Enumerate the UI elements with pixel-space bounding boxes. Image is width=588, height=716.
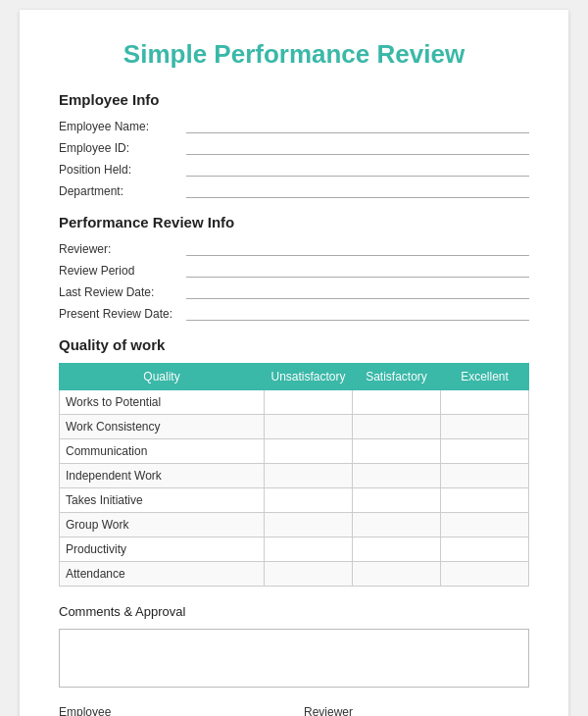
performance-field-label-2: Last Review Date:	[59, 285, 186, 299]
employee-field-row: Position Held:	[59, 161, 529, 177]
quality-cell-3-1[interactable]	[353, 464, 441, 488]
performance-field-input-0[interactable]	[186, 240, 529, 256]
table-header-0: Quality	[60, 364, 265, 390]
signatures-row: Employee SignatureReviewer signature	[59, 705, 529, 716]
quality-row-label-5: Group Work	[60, 513, 265, 537]
table-header-1: Unsatisfactory	[265, 364, 353, 390]
quality-row-label-1: Work Consistency	[60, 415, 265, 439]
quality-cell-1-0[interactable]	[265, 415, 353, 439]
performance-field-input-1[interactable]	[186, 262, 529, 278]
quality-cell-5-1[interactable]	[353, 513, 441, 537]
table-header-3: Excellent	[441, 364, 529, 390]
performance-field-input-3[interactable]	[186, 305, 529, 321]
quality-cell-7-0[interactable]	[265, 562, 353, 587]
quality-cell-0-2[interactable]	[441, 390, 529, 415]
employee-info-section: Employee Info Employee Name: Employee ID…	[59, 91, 529, 198]
quality-cell-0-0[interactable]	[265, 390, 353, 415]
quality-cell-2-0[interactable]	[265, 439, 353, 464]
signature-label-0: Employee Signature	[59, 705, 122, 716]
signature-line-1[interactable]	[375, 705, 529, 716]
table-header-2: Satisfactory	[353, 364, 441, 390]
quality-row-label-2: Communication	[60, 439, 265, 464]
performance-fields: Reviewer: Review Period Last Review Date…	[59, 240, 529, 321]
table-row: Group Work	[60, 513, 529, 537]
quality-row-label-6: Productivity	[60, 537, 265, 562]
performance-field-row: Review Period	[59, 262, 529, 278]
table-row: Work Consistency	[60, 415, 529, 439]
performance-review-title: Performance Review Info	[59, 214, 529, 230]
page-title: Simple Performance Review	[59, 39, 529, 70]
table-row: Takes Initiative	[60, 488, 529, 513]
signature-block-0: Employee Signature	[59, 705, 284, 716]
performance-field-row: Present Review Date:	[59, 305, 529, 321]
quality-row-label-3: Independent Work	[60, 464, 265, 488]
employee-field-input-1[interactable]	[186, 139, 529, 155]
quality-cell-1-2[interactable]	[441, 415, 529, 439]
employee-field-label-2: Position Held:	[59, 163, 186, 177]
performance-field-label-3: Present Review Date:	[59, 307, 186, 321]
quality-table: QualityUnsatisfactorySatisfactoryExcelle…	[59, 363, 529, 587]
employee-field-label-3: Department:	[59, 184, 186, 198]
employee-field-input-3[interactable]	[186, 182, 529, 198]
quality-cell-6-2[interactable]	[441, 537, 529, 562]
quality-cell-4-0[interactable]	[265, 488, 353, 513]
employee-field-label-0: Employee Name:	[59, 120, 186, 133]
quality-row-label-0: Works to Potential	[60, 390, 265, 415]
signature-label-1: Reviewer signature	[304, 705, 368, 716]
quality-cell-1-1[interactable]	[353, 415, 441, 439]
employee-field-row: Department:	[59, 182, 529, 198]
quality-cell-2-2[interactable]	[441, 439, 529, 464]
employee-info-title: Employee Info	[59, 91, 529, 108]
page-container: Simple Performance Review Employee Info …	[20, 10, 568, 716]
quality-cell-3-0[interactable]	[265, 464, 353, 488]
quality-cell-0-1[interactable]	[353, 390, 441, 415]
quality-cell-7-1[interactable]	[353, 562, 441, 587]
quality-title: Quality of work	[59, 336, 529, 353]
performance-field-label-0: Reviewer:	[59, 242, 186, 256]
comments-label: Comments & Approval	[59, 604, 529, 619]
table-row: Works to Potential	[60, 390, 529, 415]
employee-fields: Employee Name: Employee ID: Position Hel…	[59, 118, 529, 198]
quality-cell-5-0[interactable]	[265, 513, 353, 537]
table-row: Independent Work	[60, 464, 529, 488]
comments-section: Comments & Approval	[59, 604, 529, 688]
quality-row-label-4: Takes Initiative	[60, 488, 265, 513]
quality-cell-2-1[interactable]	[353, 439, 441, 464]
employee-field-input-0[interactable]	[186, 118, 529, 133]
performance-field-label-1: Review Period	[59, 264, 186, 278]
employee-field-input-2[interactable]	[186, 161, 529, 177]
quality-cell-4-1[interactable]	[353, 488, 441, 513]
comments-box[interactable]	[59, 629, 529, 688]
quality-cell-4-2[interactable]	[441, 488, 529, 513]
employee-field-row: Employee ID:	[59, 139, 529, 155]
quality-cell-3-2[interactable]	[441, 464, 529, 488]
performance-field-row: Last Review Date:	[59, 283, 529, 299]
table-row: Attendance	[60, 562, 529, 587]
quality-cell-6-1[interactable]	[353, 537, 441, 562]
signature-block-1: Reviewer signature	[304, 705, 529, 716]
quality-cell-7-2[interactable]	[441, 562, 529, 587]
performance-field-row: Reviewer:	[59, 240, 529, 256]
employee-field-label-1: Employee ID:	[59, 141, 186, 155]
quality-row-label-7: Attendance	[60, 562, 265, 587]
quality-cell-5-2[interactable]	[441, 513, 529, 537]
performance-review-section: Performance Review Info Reviewer: Review…	[59, 214, 529, 321]
quality-section: Quality of work QualityUnsatisfactorySat…	[59, 336, 529, 587]
employee-field-row: Employee Name:	[59, 118, 529, 133]
signature-line-0[interactable]	[130, 705, 284, 716]
quality-cell-6-0[interactable]	[265, 537, 353, 562]
performance-field-input-2[interactable]	[186, 283, 529, 299]
table-row: Communication	[60, 439, 529, 464]
table-row: Productivity	[60, 537, 529, 562]
